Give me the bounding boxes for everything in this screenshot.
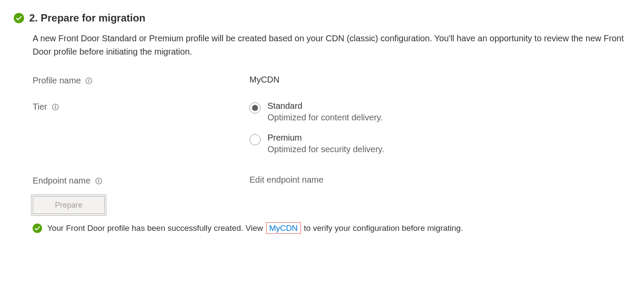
radio-unselected-icon (249, 134, 261, 145)
status-suffix: to verify your configuration before migr… (302, 224, 463, 233)
tier-value-col: Standard Optimized for content delivery.… (249, 101, 630, 154)
svg-rect-6 (55, 106, 56, 108)
svg-point-8 (98, 179, 99, 180)
svg-point-2 (88, 79, 89, 80)
status-profile-link[interactable]: MyCDN (266, 222, 301, 234)
prepare-button[interactable]: Prepare (33, 196, 105, 214)
profile-name-value: MyCDN (249, 75, 630, 85)
status-row: Your Front Door profile has been success… (33, 224, 630, 233)
profile-name-label: Profile name (33, 76, 81, 86)
form-grid: Profile name MyCDN Tier (33, 75, 630, 186)
endpoint-row: Endpoint name Edit endpoint name (33, 175, 630, 186)
status-text: Your Front Door profile has been success… (47, 224, 463, 233)
tier-premium-labels: Premium Optimized for security delivery. (267, 133, 384, 154)
tier-row: Tier Standard Optimized for content deli… (33, 101, 630, 154)
tier-premium-sub: Optimized for security delivery. (267, 144, 384, 154)
info-icon[interactable] (95, 177, 103, 185)
info-icon[interactable] (85, 77, 93, 85)
step-title: 2. Prepare for migration (29, 12, 146, 24)
tier-label: Tier (33, 102, 47, 112)
svg-point-0 (14, 13, 24, 23)
profile-name-row: Profile name MyCDN (33, 75, 630, 86)
svg-rect-3 (88, 80, 89, 82)
info-icon[interactable] (52, 103, 59, 111)
svg-point-10 (33, 224, 42, 233)
step-header: 2. Prepare for migration (14, 12, 630, 24)
svg-point-5 (55, 105, 56, 106)
tier-premium-label: Premium (267, 133, 384, 143)
tier-option-premium[interactable]: Premium Optimized for security delivery. (249, 133, 630, 154)
tier-standard-label: Standard (267, 101, 383, 111)
endpoint-name-label: Endpoint name (33, 176, 91, 186)
radio-selected-icon (249, 102, 261, 113)
check-circle-icon (14, 13, 24, 23)
endpoint-name-value[interactable]: Edit endpoint name (249, 175, 630, 185)
status-prefix: Your Front Door profile has been success… (47, 224, 265, 233)
check-circle-icon (33, 224, 42, 233)
tier-label-col: Tier (33, 101, 249, 112)
endpoint-label-col: Endpoint name (33, 175, 249, 186)
step-description: A new Front Door Standard or Premium pro… (33, 32, 630, 58)
profile-name-label-col: Profile name (33, 75, 249, 86)
svg-rect-9 (98, 180, 99, 182)
tier-radio-group: Standard Optimized for content delivery.… (249, 101, 630, 154)
tier-standard-sub: Optimized for content delivery. (267, 113, 383, 123)
tier-option-standard[interactable]: Standard Optimized for content delivery. (249, 101, 630, 123)
tier-standard-labels: Standard Optimized for content delivery. (267, 101, 383, 123)
